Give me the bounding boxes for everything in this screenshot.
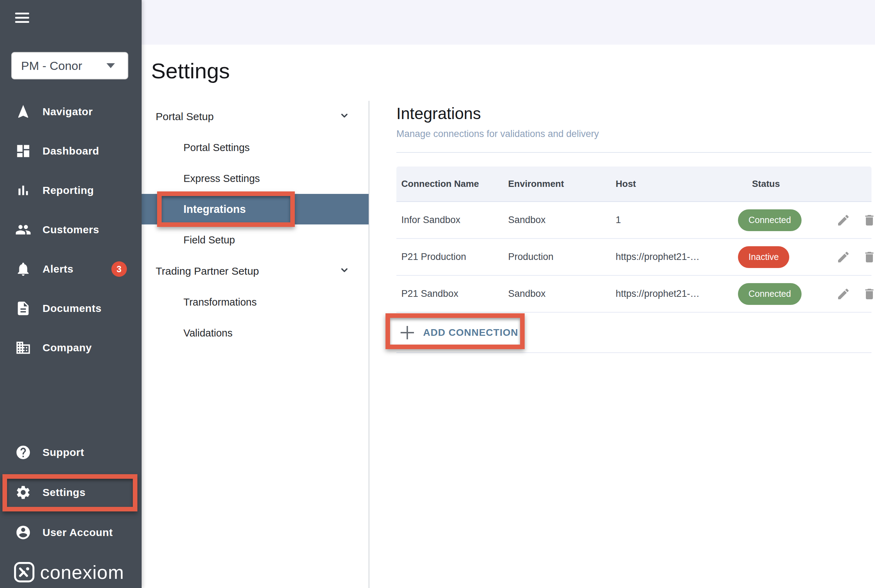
table-row: P21 Sandbox Sandbox https://prophet21-… … <box>396 276 872 313</box>
sidebar-item-label: Alerts <box>42 263 74 275</box>
help-icon <box>15 444 31 460</box>
panel-subtitle: Manage connections for validations and d… <box>396 128 872 140</box>
sidebar-item-user-account[interactable]: User Account <box>0 519 142 546</box>
cell-host: 1 <box>616 214 752 225</box>
sidebar-item-label: Documents <box>42 302 102 314</box>
sidebar-item-label: Settings <box>42 486 86 498</box>
sidebar-item-customers[interactable]: Customers <box>0 216 142 244</box>
sidebar-item-label: Company <box>42 342 92 354</box>
sidebar-item-navigator[interactable]: Navigator <box>0 98 142 126</box>
nav-item-label: Portal Settings <box>183 142 250 153</box>
sidebar-item-support[interactable]: Support <box>0 438 142 466</box>
status-badge: Inactive <box>738 246 789 268</box>
sidebar-item-documents[interactable]: Documents <box>0 294 142 322</box>
status-badge: Connected <box>738 283 801 305</box>
page-title: Settings <box>151 58 230 83</box>
building-icon <box>15 340 31 356</box>
cell-environment: Sandbox <box>508 214 616 225</box>
sidebar-item-company[interactable]: Company <box>0 334 142 362</box>
alerts-count-badge: 3 <box>111 261 127 277</box>
integrations-panel: Integrations Manage connections for vali… <box>396 104 872 353</box>
conexiom-logo: conexiom <box>14 561 124 583</box>
nav-item-label: Integrations <box>183 203 246 216</box>
sidebar: PM - Conor Navigator Dashboard Repor <box>0 0 142 588</box>
nav-item-label: Express Settings <box>183 173 260 184</box>
settings-nav-item-integrations[interactable]: Integrations <box>142 194 369 225</box>
add-connection-row: ADD CONNECTION <box>396 313 872 353</box>
people-icon <box>15 222 31 238</box>
cell-environment: Sandbox <box>508 288 616 299</box>
cell-connection-name: P21 Sandbox <box>396 288 508 299</box>
hamburger-menu-icon[interactable] <box>15 13 29 25</box>
cell-connection-name: P21 Production <box>396 252 508 262</box>
sidebar-item-label: User Account <box>42 526 113 538</box>
gear-icon <box>15 484 31 501</box>
sidebar-footer-nav: Support Settings User Account <box>0 438 142 546</box>
document-icon <box>15 300 31 316</box>
column-header-host: Host <box>616 178 752 189</box>
sidebar-item-label: Reporting <box>42 184 94 196</box>
cell-connection-name: Infor Sandbox <box>396 214 508 225</box>
bar-chart-icon <box>15 182 31 198</box>
sidebar-item-label: Navigator <box>42 106 93 118</box>
add-connection-label: ADD CONNECTION <box>423 327 518 338</box>
top-bar <box>142 0 875 45</box>
nav-item-label: Validations <box>183 327 233 339</box>
navigation-arrow-icon <box>15 104 31 120</box>
cell-environment: Production <box>508 252 616 262</box>
section-label: Portal Setup <box>156 111 214 123</box>
settings-nav-section-portal-setup[interactable]: Portal Setup <box>142 101 369 132</box>
chevron-down-icon <box>338 109 350 124</box>
table-row: Infor Sandbox Sandbox 1 Connected <box>396 202 872 239</box>
workspace-selector-value: PM - Conor <box>21 59 82 73</box>
column-header-status: Status <box>752 178 836 189</box>
sidebar-item-settings[interactable]: Settings <box>0 478 142 507</box>
section-label: Trading Partner Setup <box>156 265 259 277</box>
conexiom-logo-text: conexiom <box>40 561 124 583</box>
table-row: P21 Production Production https://prophe… <box>396 239 872 276</box>
add-connection-button[interactable]: ADD CONNECTION <box>396 326 518 339</box>
chevron-down-icon <box>338 264 350 278</box>
column-header-connection-name: Connection Name <box>396 178 508 189</box>
settings-nav-item-portal-settings[interactable]: Portal Settings <box>142 132 369 163</box>
conexiom-logo-icon <box>14 561 35 583</box>
sidebar-nav: Navigator Dashboard Reporting Customers <box>0 98 142 362</box>
cell-host: https://prophet21-… <box>616 252 752 262</box>
delete-trash-icon[interactable] <box>862 287 875 301</box>
edit-pencil-icon[interactable] <box>836 213 850 227</box>
sidebar-item-reporting[interactable]: Reporting <box>0 176 142 204</box>
workspace-selector[interactable]: PM - Conor <box>11 52 128 80</box>
divider <box>396 152 872 153</box>
nav-item-label: Field Setup <box>183 234 235 246</box>
sidebar-item-alerts[interactable]: Alerts 3 <box>0 255 142 283</box>
vertical-divider <box>369 101 369 588</box>
nav-item-label: Transformations <box>183 297 257 308</box>
settings-nav-item-validations[interactable]: Validations <box>142 318 369 348</box>
status-badge: Connected <box>738 209 801 231</box>
settings-nav-item-express-settings[interactable]: Express Settings <box>142 163 369 194</box>
sidebar-item-label: Customers <box>42 224 99 236</box>
sidebar-item-label: Support <box>42 447 84 458</box>
cell-host: https://prophet21-… <box>616 288 752 299</box>
edit-pencil-icon[interactable] <box>836 287 850 301</box>
settings-nav-item-transformations[interactable]: Transformations <box>142 286 369 318</box>
panel-title: Integrations <box>396 104 872 123</box>
account-icon <box>15 524 31 541</box>
column-header-environment: Environment <box>508 178 616 189</box>
bell-icon <box>15 261 31 277</box>
delete-trash-icon[interactable] <box>862 213 875 227</box>
chevron-down-icon <box>107 63 115 68</box>
settings-nav: Portal Setup Portal Settings Express Set… <box>142 101 369 348</box>
delete-trash-icon[interactable] <box>862 250 875 264</box>
settings-nav-section-trading-partner-setup[interactable]: Trading Partner Setup <box>142 255 369 286</box>
plus-icon <box>401 326 414 339</box>
settings-nav-item-field-setup[interactable]: Field Setup <box>142 225 369 255</box>
dashboard-icon <box>15 143 31 159</box>
table-header: Connection Name Environment Host Status <box>396 166 872 202</box>
edit-pencil-icon[interactable] <box>836 250 850 264</box>
sidebar-item-label: Dashboard <box>42 145 99 157</box>
app-root: PM - Conor Navigator Dashboard Repor <box>0 0 875 588</box>
sidebar-item-dashboard[interactable]: Dashboard <box>0 137 142 165</box>
